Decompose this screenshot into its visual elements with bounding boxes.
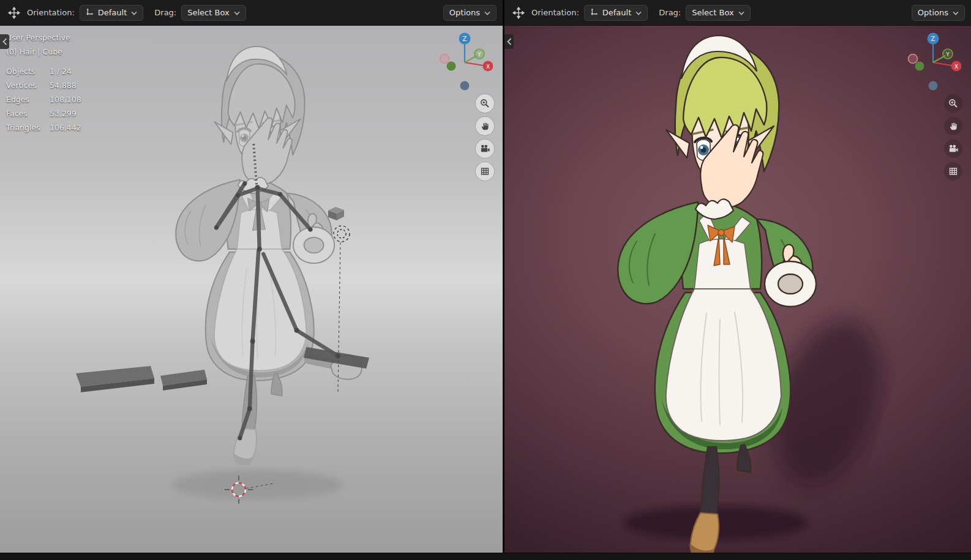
gizmo-axis-z-neg xyxy=(929,81,938,91)
move-tool-icon[interactable] xyxy=(511,5,527,21)
stat-value: 108,108 xyxy=(50,95,81,104)
gizmo-x-label: X xyxy=(954,64,958,70)
stat-value: 53,299 xyxy=(50,109,81,118)
toggle-projection-button[interactable] xyxy=(944,162,962,181)
stat-value: 54,888 xyxy=(50,81,81,90)
gizmo-axis-x-neg xyxy=(440,54,449,64)
orientation-label: Orientation: xyxy=(531,8,579,17)
orientation-dropdown[interactable]: Default xyxy=(80,5,144,21)
zoom-button[interactable] xyxy=(476,94,494,113)
gizmo-z-label: Z xyxy=(463,35,467,42)
blender-dual-viewport: Orientation: Default Drag: Select Box Op… xyxy=(0,0,971,553)
viewport-left-canvas[interactable]: User Perspective (0) Hair | Cube Objects… xyxy=(0,26,503,553)
options-label: Options xyxy=(918,8,948,17)
pan-hand-button[interactable] xyxy=(476,117,494,135)
viewport-right-canvas[interactable]: Z X Y xyxy=(504,26,971,553)
viewport-tools xyxy=(476,94,494,181)
stat-label: Faces xyxy=(6,109,50,118)
drag-label: Drag: xyxy=(659,8,681,17)
stat-label: Edges xyxy=(6,95,50,104)
drag-value: Select Box xyxy=(692,8,733,17)
viewport-right-header: Orientation: Default Drag: Select Box Op… xyxy=(504,0,971,26)
zoom-button[interactable] xyxy=(944,94,962,113)
stat-label: Triangles xyxy=(6,123,50,132)
chevron-down-icon xyxy=(635,8,642,17)
move-tool-icon[interactable] xyxy=(6,5,22,21)
viewport-left: Orientation: Default Drag: Select Box Op… xyxy=(0,0,503,553)
stat-label: Objects xyxy=(6,67,50,76)
stat-label: Vertices xyxy=(6,81,50,90)
gizmo-z-label: Z xyxy=(931,35,935,42)
drag-label: Drag: xyxy=(154,8,176,17)
gizmo-y-label: Y xyxy=(945,51,950,58)
pan-hand-button[interactable] xyxy=(944,117,962,135)
transform-orientation-icon xyxy=(86,8,94,18)
viewport-tools xyxy=(944,94,962,181)
chevron-down-icon xyxy=(234,8,240,17)
orientation-label: Orientation: xyxy=(27,8,75,17)
drag-dropdown[interactable]: Select Box xyxy=(686,5,750,21)
active-object-text: (0) Hair | Cube xyxy=(6,45,81,59)
gizmo-axis-z-neg xyxy=(460,81,470,91)
gizmo-axis-y-neg xyxy=(915,62,924,71)
gizmo-axis-x-neg xyxy=(909,54,918,64)
statistics-overlay: Objects1 / 24 Vertices54,888 Edges108,10… xyxy=(6,67,81,132)
gizmo-y-label: Y xyxy=(477,51,481,58)
options-label: Options xyxy=(449,8,480,17)
scene-rendered xyxy=(504,26,971,553)
view-perspective-text: User Perspective xyxy=(6,31,81,45)
options-dropdown[interactable]: Options xyxy=(912,5,965,21)
orientation-value: Default xyxy=(98,8,127,17)
viewport-right: Orientation: Default Drag: Select Box Op… xyxy=(504,0,971,553)
drag-dropdown[interactable]: Select Box xyxy=(181,5,246,21)
camera-view-button[interactable] xyxy=(476,140,494,158)
stat-value: 106,442 xyxy=(50,123,81,132)
toggle-projection-button[interactable] xyxy=(476,162,494,181)
gizmo-axis-y-neg xyxy=(447,62,456,71)
chevron-down-icon xyxy=(953,8,959,17)
gizmo-x-label: X xyxy=(486,64,490,70)
chevron-down-icon xyxy=(131,8,137,17)
viewport-left-header: Orientation: Default Drag: Select Box Op… xyxy=(0,0,503,26)
ground-bones xyxy=(76,366,207,392)
editor-bottom-edge xyxy=(0,553,971,560)
chevron-down-icon xyxy=(738,8,744,17)
orientation-value: Default xyxy=(602,8,632,17)
navigation-gizmo[interactable]: Z X Y xyxy=(437,31,493,92)
chevron-down-icon xyxy=(484,8,490,17)
transform-orientation-icon xyxy=(590,8,598,18)
navigation-gizmo[interactable]: Z X Y xyxy=(905,31,961,92)
panel-toggle[interactable] xyxy=(504,34,514,49)
options-dropdown[interactable]: Options xyxy=(443,5,497,21)
orientation-dropdown[interactable]: Default xyxy=(584,5,648,21)
stat-value: 1 / 24 xyxy=(50,67,81,76)
viewport-info-overlay: User Perspective (0) Hair | Cube Objects… xyxy=(6,31,81,132)
camera-view-button[interactable] xyxy=(944,140,962,158)
cube-object[interactable] xyxy=(328,207,344,220)
panel-toggle[interactable] xyxy=(0,34,9,49)
drag-value: Select Box xyxy=(187,8,229,17)
